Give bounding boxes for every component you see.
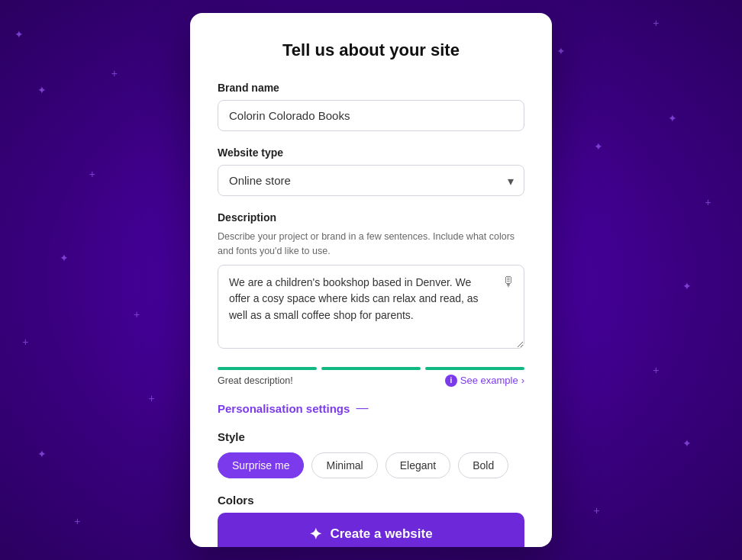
website-type-label: Website type: [218, 146, 524, 159]
see-example-link[interactable]: i See example ›: [445, 375, 524, 387]
brand-name-label: Brand name: [218, 82, 524, 94]
see-example-text: See example: [460, 375, 518, 386]
sparkle-icon: ✦: [309, 525, 322, 543]
card-title: Tell us about your site: [218, 40, 524, 60]
style-bold-button[interactable]: Bold: [458, 452, 508, 478]
quality-label: Great description!: [218, 375, 293, 386]
quality-section: Great description! i See example ›: [218, 367, 524, 387]
style-elegant-button[interactable]: Elegant: [386, 452, 450, 478]
colors-label: Colors: [218, 494, 524, 507]
description-textarea[interactable]: We are a children's bookshop based in De…: [218, 265, 524, 349]
see-example-chevron: ›: [521, 375, 524, 386]
collapse-icon: —: [356, 402, 368, 414]
description-label: Description: [218, 211, 524, 224]
personalisation-label: Personalisation settings: [218, 402, 350, 415]
description-group: Description Describe your project or bra…: [218, 211, 524, 352]
brand-name-group: Brand name: [218, 82, 524, 131]
brand-name-input[interactable]: [218, 100, 524, 131]
progress-bar-2: [321, 367, 421, 370]
website-type-select-wrapper: Online store Portfolio Blog Landing page…: [218, 165, 524, 196]
progress-bar-1: [218, 367, 317, 370]
personalisation-settings-toggle[interactable]: Personalisation settings —: [218, 402, 524, 415]
microphone-icon[interactable]: 🎙: [502, 274, 515, 290]
style-section-label: Style: [218, 430, 524, 443]
style-minimal-button[interactable]: Minimal: [311, 452, 377, 478]
create-website-button[interactable]: ✦ Create a website: [218, 513, 524, 548]
style-surprise-me-button[interactable]: Surprise me: [218, 452, 304, 478]
info-icon: i: [445, 375, 457, 387]
main-card: Tell us about your site Brand name Websi…: [190, 13, 552, 547]
progress-bar-3: [425, 367, 524, 370]
description-textarea-wrapper: We are a children's bookshop based in De…: [218, 265, 524, 352]
progress-bars: [218, 367, 524, 370]
create-button-label: Create a website: [330, 526, 432, 542]
website-type-group: Website type Online store Portfolio Blog…: [218, 146, 524, 196]
quality-row: Great description! i See example ›: [218, 375, 524, 387]
description-hint: Describe your project or brand in a few …: [218, 230, 524, 259]
website-type-select[interactable]: Online store Portfolio Blog Landing page: [218, 165, 524, 196]
style-options: Surprise me Minimal Elegant Bold: [218, 452, 524, 478]
style-section: Style Surprise me Minimal Elegant Bold: [218, 430, 524, 478]
